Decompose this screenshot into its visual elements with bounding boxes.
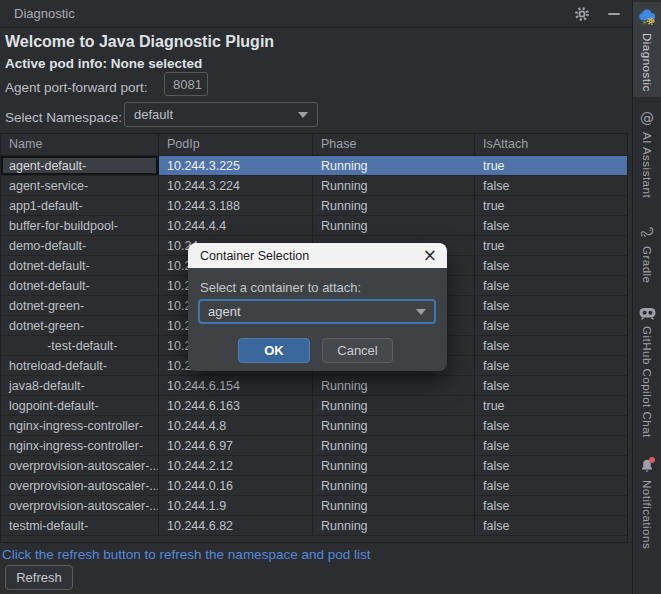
column-header-podip[interactable]: PodIp (159, 134, 313, 155)
cell-phase[interactable]: Running (313, 456, 475, 475)
cell-attach[interactable]: false (475, 456, 627, 475)
cell-phase[interactable]: Running (313, 416, 475, 435)
cell-attach[interactable]: false (475, 316, 627, 335)
ok-button[interactable]: OK (238, 338, 310, 363)
cell-name[interactable]: nginx-ingress-controller- (1, 416, 159, 435)
cell-attach[interactable]: false (475, 256, 627, 275)
pod-table-row[interactable]: nginx-ingress-controller-10.244.6.97Runn… (1, 436, 627, 456)
cell-ip[interactable]: 10.244.4.8 (159, 416, 313, 435)
sidebar-tab-notifications[interactable]: Notifications (633, 453, 661, 554)
cell-ip[interactable]: 10.244.1.9 (159, 496, 313, 515)
pod-table-row[interactable]: app1-default-10.244.3.188Runningtrue (1, 196, 627, 216)
pod-table-row[interactable]: testmi-default-10.244.6.82Runningfalse (1, 516, 627, 536)
cell-phase[interactable]: Running (313, 396, 475, 415)
cell-name[interactable]: dotnet-green- (1, 296, 159, 315)
cell-ip[interactable]: 10.244.6.97 (159, 436, 313, 455)
cell-name[interactable]: buffer-for-buildpool- (1, 216, 159, 235)
pod-table-row[interactable]: overprovision-autoscaler-...10.244.2.12R… (1, 456, 627, 476)
pod-table-row[interactable]: nginx-ingress-controller-10.244.4.8Runni… (1, 416, 627, 436)
cell-ip[interactable]: 10.244.3.225 (159, 156, 313, 175)
cell-attach[interactable]: false (475, 416, 627, 435)
container-value: agent (208, 304, 241, 319)
column-header-name[interactable]: Name (1, 134, 159, 155)
pod-table-row[interactable]: agent-default-10.244.3.225Runningtrue (1, 156, 627, 176)
container-dropdown[interactable]: agent (198, 299, 436, 324)
settings-gear-icon[interactable] (573, 5, 591, 23)
cell-name[interactable]: testmi-default- (1, 516, 159, 535)
pod-table-row[interactable]: buffer-for-buildpool-10.244.4.4Runningfa… (1, 216, 627, 236)
cell-ip[interactable]: 10.244.6.163 (159, 396, 313, 415)
cancel-button[interactable]: Cancel (322, 338, 393, 363)
cell-name[interactable]: logpoint-default- (1, 396, 159, 415)
cell-name[interactable]: dotnet-green- (1, 316, 159, 335)
refresh-button[interactable]: Refresh (5, 565, 73, 590)
cell-name[interactable]: java8-default- (1, 376, 159, 395)
cell-name[interactable]: overprovision-autoscaler-... (1, 496, 159, 515)
cell-phase[interactable]: Running (313, 476, 475, 495)
cell-name[interactable]: overprovision-autoscaler-... (1, 456, 159, 475)
cell-name[interactable]: agent-service- (1, 176, 159, 195)
pod-table-row[interactable]: overprovision-autoscaler-...10.244.0.16R… (1, 476, 627, 496)
close-icon[interactable]: × (423, 247, 437, 264)
cell-ip[interactable]: 10.244.4.4 (159, 216, 313, 235)
sidebar-tab-gradle[interactable]: Gradle (633, 219, 661, 289)
column-header-phase[interactable]: Phase (313, 134, 475, 155)
column-header-isattach[interactable]: IsAttach (475, 134, 627, 155)
cell-ip[interactable]: 10.244.6.154 (159, 376, 313, 395)
cell-name[interactable]: overprovision-autoscaler-... (1, 476, 159, 495)
cell-attach[interactable]: false (475, 276, 627, 295)
pod-table-row[interactable]: agent-service-10.244.3.224Runningfalse (1, 176, 627, 196)
cell-attach[interactable]: false (475, 356, 627, 375)
namespace-dropdown[interactable]: default (124, 102, 318, 127)
cell-attach[interactable]: true (475, 236, 627, 255)
cell-name[interactable]: dotnet-default- (1, 256, 159, 275)
cell-phase[interactable]: Running (313, 496, 475, 515)
cell-attach[interactable]: false (475, 176, 627, 195)
cell-name[interactable]: -test-default- (1, 336, 159, 355)
cell-attach[interactable]: true (475, 156, 627, 175)
port-forward-input[interactable] (164, 72, 208, 96)
pod-table-row[interactable]: overprovision-autoscaler-...10.244.1.9Ru… (1, 496, 627, 516)
cell-phase[interactable]: Running (313, 156, 475, 175)
cell-phase[interactable]: Running (313, 176, 475, 195)
cell-attach[interactable]: false (475, 216, 627, 235)
sidebar-tab-ai-assistant[interactable]: @ AI Assistant (633, 105, 661, 203)
cell-name[interactable]: dotnet-default- (1, 276, 159, 295)
cell-name[interactable]: nginx-ingress-controller- (1, 436, 159, 455)
cell-attach[interactable]: false (475, 336, 627, 355)
cell-attach[interactable]: false (475, 516, 627, 535)
cell-attach[interactable]: true (475, 196, 627, 215)
cell-ip[interactable]: 10.244.3.224 (159, 176, 313, 195)
cell-phase[interactable]: Running (313, 196, 475, 215)
sidebar-tab-label: AI Assistant (641, 132, 653, 198)
pod-table-row[interactable]: logpoint-default-10.244.6.163Runningtrue (1, 396, 627, 416)
cell-attach[interactable]: false (475, 476, 627, 495)
cell-ip[interactable]: 10.244.0.16 (159, 476, 313, 495)
cell-attach[interactable]: false (475, 376, 627, 395)
minimize-icon[interactable] (605, 5, 623, 23)
cell-name[interactable]: hotreload-default- (1, 356, 159, 375)
sidebar-tab-github-copilot-chat[interactable]: GitHub Copilot Chat (633, 302, 661, 443)
cell-name[interactable]: agent-default- (1, 156, 159, 175)
dialog-titlebar[interactable]: Container Selection × (188, 243, 447, 268)
cell-phase[interactable]: Running (313, 216, 475, 235)
cell-name[interactable]: demo-default- (1, 236, 159, 255)
cell-ip[interactable]: 10.244.6.82 (159, 516, 313, 535)
cell-attach[interactable]: false (475, 296, 627, 315)
sidebar-tab-label: GitHub Copilot Chat (641, 326, 653, 438)
cell-attach[interactable]: true (475, 396, 627, 415)
cell-phase[interactable]: Running (313, 376, 475, 395)
cell-ip[interactable]: 10.244.3.188 (159, 196, 313, 215)
cell-name[interactable]: app1-default- (1, 196, 159, 215)
cell-attach[interactable]: false (475, 496, 627, 515)
refresh-hint-link[interactable]: Click the refresh button to refresh the … (2, 547, 370, 562)
cell-attach[interactable]: false (475, 436, 627, 455)
sidebar-tab-diagnostic[interactable]: Diagnostic (633, 2, 661, 97)
namespace-label: Select Namespace: (5, 110, 122, 125)
cell-phase[interactable]: Running (313, 436, 475, 455)
cell-phase[interactable]: Running (313, 516, 475, 535)
cell-ip[interactable]: 10.244.2.12 (159, 456, 313, 475)
diagnostic-plugin-icon (637, 7, 657, 27)
pod-table-row[interactable]: java8-default-10.244.6.154Runningfalse (1, 376, 627, 396)
pod-table-header: Name PodIp Phase IsAttach (1, 134, 627, 156)
